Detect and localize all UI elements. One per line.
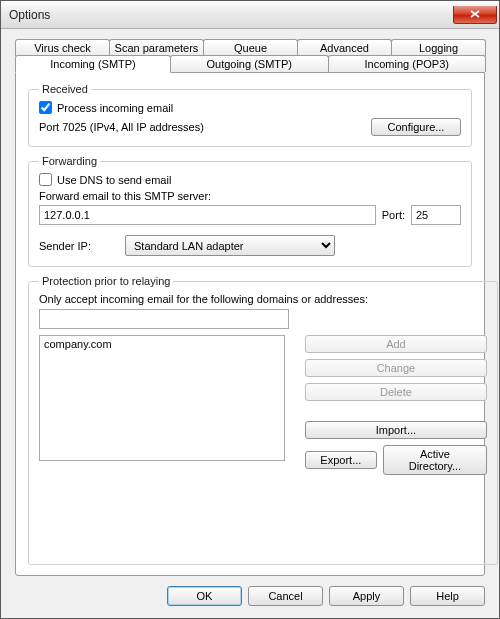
add-button[interactable]: Add: [305, 335, 487, 353]
domain-input[interactable]: [39, 309, 289, 329]
tab-outgoing-smtp[interactable]: Outgoing (SMTP): [170, 55, 329, 72]
dialog-buttons: OK Cancel Apply Help: [1, 576, 499, 618]
tab-logging[interactable]: Logging: [391, 39, 486, 56]
export-button[interactable]: Export...: [305, 451, 377, 469]
apply-button[interactable]: Apply: [329, 586, 404, 606]
change-button[interactable]: Change: [305, 359, 487, 377]
window-title: Options: [9, 8, 50, 22]
sender-ip-select[interactable]: Standard LAN adapter: [125, 235, 335, 256]
forward-server-label: Forward email to this SMTP server:: [39, 190, 461, 202]
list-item[interactable]: company.com: [44, 338, 280, 350]
protection-group: Protection prior to relaying Only accept…: [28, 275, 498, 565]
process-incoming-checkbox[interactable]: [39, 101, 52, 114]
tab-strip: Virus check Scan parameters Queue Advanc…: [15, 39, 485, 72]
port-label: Port:: [382, 209, 405, 221]
options-window: Options Virus check Scan parameters Queu…: [0, 0, 500, 619]
received-group: Received Process incoming email Port 702…: [28, 83, 472, 147]
tab-incoming-smtp[interactable]: Incoming (SMTP): [15, 55, 171, 73]
tab-advanced[interactable]: Advanced: [297, 39, 392, 56]
cancel-button[interactable]: Cancel: [248, 586, 323, 606]
process-incoming-label: Process incoming email: [57, 102, 173, 114]
forwarding-group: Forwarding Use DNS to send email Forward…: [28, 155, 472, 267]
tab-incoming-pop3[interactable]: Incoming (POP3): [328, 55, 487, 72]
tab-queue[interactable]: Queue: [203, 39, 298, 56]
received-legend: Received: [39, 83, 91, 95]
configure-button[interactable]: Configure...: [371, 118, 461, 136]
tab-virus-check[interactable]: Virus check: [15, 39, 110, 56]
import-button[interactable]: Import...: [305, 421, 487, 439]
tab-page-incoming-smtp: Received Process incoming email Port 702…: [15, 72, 485, 576]
content-area: Virus check Scan parameters Queue Advanc…: [1, 29, 499, 576]
only-accept-label: Only accept incoming email for the follo…: [39, 293, 487, 305]
use-dns-checkbox[interactable]: [39, 173, 52, 186]
port-input[interactable]: [411, 205, 461, 225]
delete-button[interactable]: Delete: [305, 383, 487, 401]
forwarding-legend: Forwarding: [39, 155, 100, 167]
process-incoming-checkbox-row[interactable]: Process incoming email: [39, 101, 461, 114]
titlebar: Options: [1, 1, 499, 29]
close-icon: [470, 10, 480, 18]
domain-listbox[interactable]: company.com: [39, 335, 285, 461]
ok-button[interactable]: OK: [167, 586, 242, 606]
use-dns-label: Use DNS to send email: [57, 174, 171, 186]
tab-scan-parameters[interactable]: Scan parameters: [109, 39, 204, 56]
help-button[interactable]: Help: [410, 586, 485, 606]
forward-server-input[interactable]: [39, 205, 376, 225]
use-dns-checkbox-row[interactable]: Use DNS to send email: [39, 173, 461, 186]
active-directory-button[interactable]: Active Directory...: [383, 445, 487, 475]
window-controls: [453, 6, 499, 24]
sender-ip-label: Sender IP:: [39, 240, 119, 252]
port-text: Port 7025 (IPv4, All IP addresses): [39, 121, 204, 133]
close-button[interactable]: [453, 6, 497, 24]
protection-legend: Protection prior to relaying: [39, 275, 173, 287]
